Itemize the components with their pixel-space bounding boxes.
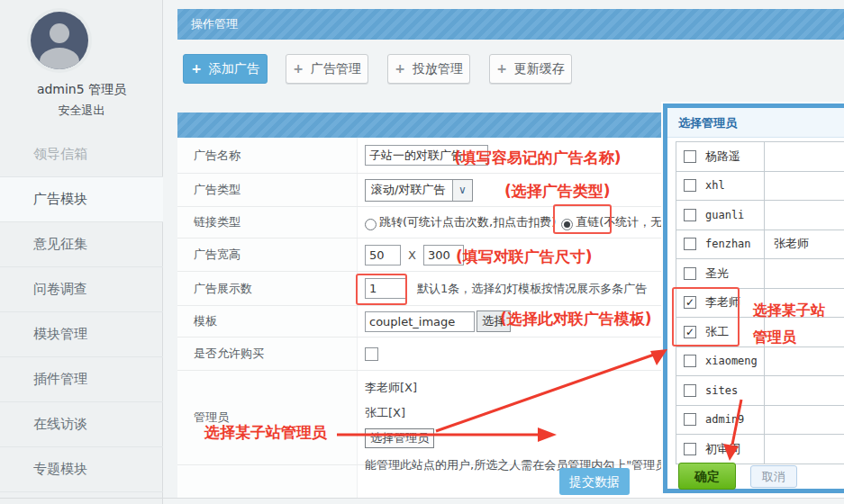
- submit-button[interactable]: 提交数据: [559, 468, 630, 495]
- link-type-label: 链接类型: [177, 207, 358, 238]
- admin-row-lilaoshi[interactable]: ✓李老师: [676, 289, 844, 319]
- ad-size-label: 广告宽高: [177, 238, 358, 271]
- selected-admin-2: 张工[X]: [365, 400, 676, 426]
- choose-admin-button[interactable]: 选择管理员: [365, 428, 434, 448]
- dialog-title: 选择管理员: [667, 108, 844, 138]
- sidebar-item-leader-mailbox[interactable]: 领导信箱: [0, 132, 163, 177]
- link-type-jump-text: 跳转(可统计点击次数,扣点击扣费): [379, 214, 556, 230]
- refresh-cache-button[interactable]: +更新缓存: [489, 54, 572, 84]
- logout-link[interactable]: 安全退出: [0, 103, 163, 119]
- template-choose-button[interactable]: 选择: [476, 310, 511, 332]
- sidebar-item-opinion[interactable]: 意见征集: [0, 222, 163, 267]
- plus-icon: +: [395, 61, 405, 76]
- plus-icon: +: [293, 61, 304, 76]
- sidebar-item-interview[interactable]: 在线访谈: [0, 402, 163, 447]
- ad-type-select[interactable]: 滚动/对联广告 ∨: [365, 179, 473, 202]
- checkbox[interactable]: [684, 209, 696, 221]
- ad-type-label: 广告类型: [177, 174, 358, 206]
- link-type-radio-jump[interactable]: [365, 219, 377, 230]
- admin-row-fenzhan[interactable]: fenzhan 张老师: [676, 230, 844, 260]
- admin-page: admin5 管理员 安全退出 领导信箱 广告模块 意见征集 问卷调查 模块管理…: [0, 0, 844, 504]
- chevron-down-icon: ∨: [452, 180, 472, 201]
- admin-row-xiaomeng[interactable]: xiaomeng: [676, 347, 844, 377]
- ok-button[interactable]: 确定: [678, 463, 736, 490]
- size-separator: X: [408, 248, 416, 262]
- purchase-checkbox[interactable]: [365, 347, 378, 361]
- avatar: [31, 12, 88, 69]
- ad-count-hint: 默认1条，选择幻灯模板按情况展示多条广告: [417, 281, 647, 297]
- admins-label: 管理员: [177, 371, 358, 464]
- ad-manage-button[interactable]: +广告管理: [286, 54, 368, 84]
- template-label: 模板: [177, 306, 358, 337]
- checkbox[interactable]: [684, 179, 696, 192]
- link-type-radio-direct[interactable]: [561, 219, 573, 230]
- sidebar-item-survey[interactable]: 问卷调查: [0, 267, 163, 312]
- sidebar-item-topic-module[interactable]: 专题模块: [0, 447, 163, 492]
- admin-row-admin9[interactable]: admin9: [676, 406, 844, 436]
- plus-icon: +: [191, 61, 202, 76]
- ad-name-input[interactable]: [365, 145, 488, 166]
- cancel-button[interactable]: 取消: [750, 465, 797, 488]
- checkbox[interactable]: [684, 384, 696, 397]
- checkbox[interactable]: [684, 355, 696, 367]
- page-bottom-border: [0, 498, 844, 499]
- admin-row-yangluyao[interactable]: 杨路遥: [676, 142, 844, 172]
- sidebar-item-ad-module[interactable]: 广告模块: [0, 177, 163, 222]
- add-ad-button[interactable]: +添加广告: [183, 54, 268, 84]
- admin-row-guanli[interactable]: guanli: [676, 201, 844, 230]
- ad-width-input[interactable]: [365, 245, 401, 266]
- selected-admin-1: 李老师[X]: [365, 375, 676, 400]
- admin-picker-dialog: 选择管理员 杨路遥 xhl guanli fenzhan 张老师 圣光: [663, 104, 844, 493]
- admin-row-xhl[interactable]: xhl: [676, 172, 844, 202]
- checkbox[interactable]: [684, 150, 696, 163]
- admin-row-sites[interactable]: sites: [676, 376, 844, 406]
- admin-row-shengguang[interactable]: 圣光: [676, 259, 844, 289]
- avatar-person-icon: [50, 23, 69, 43]
- sidebar-item-module-manage[interactable]: 模块管理: [0, 312, 163, 357]
- checkbox-checked[interactable]: ✓: [684, 326, 696, 338]
- checkbox[interactable]: [684, 413, 696, 426]
- ad-height-input[interactable]: [423, 245, 464, 266]
- sidebar: admin5 管理员 安全退出 领导信箱 广告模块 意见征集 问卷调查 模块管理…: [0, 0, 163, 504]
- ad-count-input[interactable]: [365, 278, 406, 299]
- checkbox[interactable]: [684, 238, 696, 250]
- admin-list: 杨路遥 xhl guanli fenzhan 张老师 圣光 ✓李老师: [676, 141, 844, 464]
- sidebar-menu: 领导信箱 广告模块 意见征集 问卷调查 模块管理 插件管理 在线访谈 专题模块: [0, 132, 163, 492]
- checkbox[interactable]: [684, 443, 696, 455]
- plus-icon: +: [496, 61, 507, 76]
- username-label: admin5 管理员: [0, 82, 163, 98]
- checkbox-checked[interactable]: ✓: [684, 296, 696, 309]
- admin-row-chushenzhou[interactable]: 初审周: [676, 435, 844, 464]
- sidebar-item-plugin-manage[interactable]: 插件管理: [0, 357, 163, 402]
- ad-name-label: 广告名称: [177, 138, 358, 173]
- admin-row-zhanggong[interactable]: ✓张工: [676, 318, 844, 347]
- checkbox[interactable]: [684, 267, 696, 280]
- template-input[interactable]: [365, 311, 475, 332]
- purchase-label: 是否允许购买: [177, 338, 358, 370]
- section-header: 操作管理: [177, 9, 844, 40]
- delivery-manage-button[interactable]: +投放管理: [387, 54, 470, 84]
- ad-count-label: 广告展示数: [177, 272, 358, 305]
